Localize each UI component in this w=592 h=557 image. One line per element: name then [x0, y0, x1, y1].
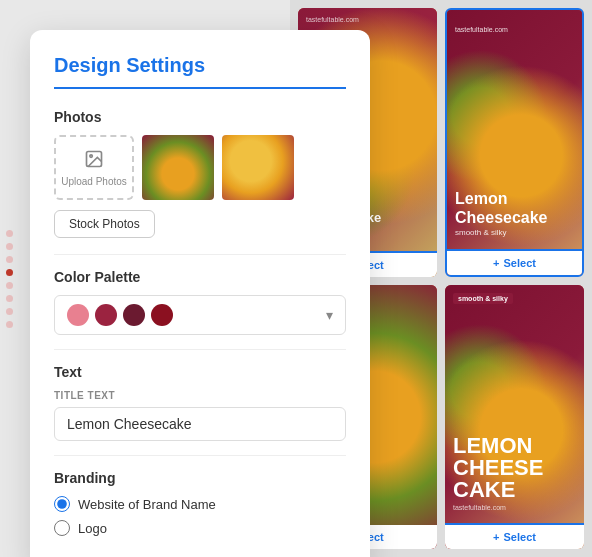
branding-radio-logo[interactable]: [54, 520, 70, 536]
text-label: Text: [54, 364, 346, 380]
swatch-3[interactable]: [123, 304, 145, 326]
card-2-title: Lemon Cheesecake: [455, 189, 574, 227]
color-label: Color Palette: [54, 269, 346, 285]
upload-icon: [84, 149, 104, 174]
upload-label: Upload Photos: [61, 176, 127, 187]
card-2-select-bar[interactable]: + Select: [447, 249, 582, 275]
branding-option-logo: Logo: [54, 520, 346, 536]
branding-logo-label: Logo: [78, 521, 107, 536]
plus-icon: +: [493, 257, 499, 269]
side-dot[interactable]: [6, 308, 13, 315]
panel-title: Design Settings: [54, 54, 346, 89]
stock-photos-button[interactable]: Stock Photos: [54, 210, 155, 238]
divider-1: [54, 254, 346, 255]
branding-radio-website[interactable]: [54, 496, 70, 512]
chevron-down-icon: ▾: [326, 307, 333, 323]
photos-row: Upload Photos: [54, 135, 346, 200]
plus-icon-2: +: [493, 531, 499, 543]
photos-section: Photos Upload Photos Stock Photos: [54, 109, 346, 238]
card-1-site: tastefultable.com: [306, 16, 429, 23]
photo-thumb-1[interactable]: [142, 135, 214, 200]
card-4-select-label: Select: [504, 531, 536, 543]
card-4-tag: smooth & silky: [453, 293, 513, 304]
side-dot[interactable]: [6, 321, 13, 328]
swatch-1[interactable]: [67, 304, 89, 326]
branding-label: Branding: [54, 470, 346, 486]
thumb-bg-1: [142, 135, 214, 200]
photos-label: Photos: [54, 109, 346, 125]
color-palette-section: Color Palette ▾: [54, 269, 346, 335]
side-navigation-dots: [6, 230, 13, 328]
preview-card-4[interactable]: smooth & silky LEMONCHEESECAKE tastefult…: [445, 285, 584, 550]
card-4-site: tastefultable.com: [453, 504, 576, 511]
side-dot-active[interactable]: [6, 269, 13, 276]
card-2-select-label: Select: [504, 257, 536, 269]
branding-website-label: Website of Brand Name: [78, 497, 216, 512]
palette-swatches: [67, 304, 173, 326]
svg-point-1: [90, 154, 93, 157]
upload-box[interactable]: Upload Photos: [54, 135, 134, 200]
side-dot[interactable]: [6, 295, 13, 302]
design-settings-panel: Design Settings Photos Upload Photos: [30, 30, 370, 557]
side-dot[interactable]: [6, 282, 13, 289]
card-4-title: LEMONCHEESECAKE: [453, 435, 576, 501]
title-text-input[interactable]: [54, 407, 346, 441]
card-4-select-bar[interactable]: + Select: [445, 523, 584, 549]
side-dot[interactable]: [6, 256, 13, 263]
side-dot[interactable]: [6, 230, 13, 237]
swatch-4[interactable]: [151, 304, 173, 326]
divider-2: [54, 349, 346, 350]
swatch-2[interactable]: [95, 304, 117, 326]
thumb-bg-2: [222, 135, 294, 200]
branding-option-website: Website of Brand Name: [54, 496, 346, 512]
color-palette-dropdown[interactable]: ▾: [54, 295, 346, 335]
side-dot[interactable]: [6, 243, 13, 250]
title-text-sublabel: TITLE TEXT: [54, 390, 346, 401]
card-2-subtitle: smooth & silky: [455, 228, 574, 237]
text-section: Text TITLE TEXT: [54, 364, 346, 441]
photo-thumb-2[interactable]: [222, 135, 294, 200]
branding-section: Branding Website of Brand Name Logo: [54, 470, 346, 536]
divider-3: [54, 455, 346, 456]
preview-card-2[interactable]: tastefultable.com Lemon Cheesecake smoot…: [445, 8, 584, 277]
